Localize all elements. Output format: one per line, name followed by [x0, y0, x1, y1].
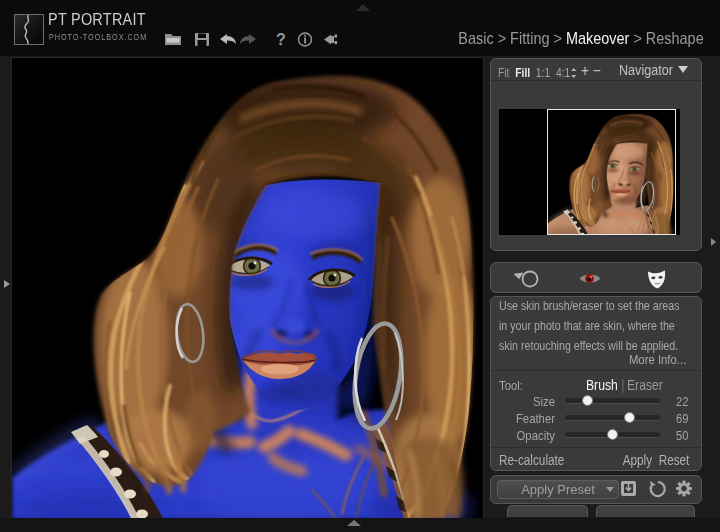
svg-text:?: ?: [276, 31, 286, 48]
